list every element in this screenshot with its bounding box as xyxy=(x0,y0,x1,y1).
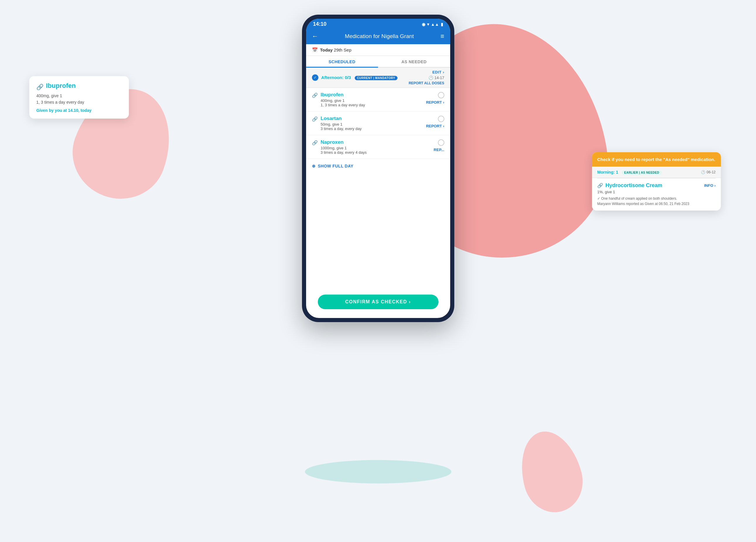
naproxen-radio[interactable] xyxy=(438,139,444,146)
alert-banner: Check if you need to report the "As need… xyxy=(592,152,721,167)
confirm-button-area: CONFIRM AS CHECKED › xyxy=(306,289,450,318)
afternoon-title: Afternoon: 0/3 xyxy=(321,75,351,80)
pill-icon-naproxen: 🔗 xyxy=(312,140,318,146)
afternoon-time: 🕐 14-17 xyxy=(429,76,444,80)
confirm-as-checked-button[interactable]: CONFIRM AS CHECKED › xyxy=(318,294,438,309)
card-morning-time: 🕐 06-12 xyxy=(701,170,716,174)
date-label: Today 29th Sep xyxy=(320,47,351,52)
location-icon: ◉ xyxy=(422,22,425,27)
ibuprofen-right: REPORT › xyxy=(426,92,444,105)
losartan-report[interactable]: REPORT › xyxy=(426,124,444,128)
med-item-losartan: 🔗 Losartan 50mg, give 1 3 times a day, e… xyxy=(306,112,450,135)
clock-icon-card: 🕐 xyxy=(701,170,705,174)
card-morning-title: Morning: 1 xyxy=(597,170,618,175)
med-item-ibuprofen: 🔗 Ibuprofen 400mg, give 1 1, 3 times a d… xyxy=(306,88,450,112)
calendar-icon: 📅 xyxy=(312,47,318,53)
signal-icon: ▲▲ xyxy=(431,22,439,27)
floating-left-dosage: 400mg, give 1 1, 3 times a day every day xyxy=(36,93,122,106)
top-bar: ← Medication for Nigella Grant ≡ xyxy=(306,29,450,44)
med-ibuprofen-left: 🔗 Ibuprofen 400mg, give 1 1, 3 times a d… xyxy=(312,92,426,107)
check-icon: ✓ xyxy=(312,74,318,81)
floating-left-given-by: Given by you at 14.10, today xyxy=(36,108,122,113)
as-needed-badge: EARLIER | AS NEEDED xyxy=(622,171,662,175)
date-bar: 📅 Today 29th Sep xyxy=(306,44,450,56)
card-med-hydrocortisone: 🔗 Hydrocortisone Cream INFO › 1%, give 1… xyxy=(592,178,721,211)
edit-link[interactable]: EDIT › xyxy=(432,70,444,74)
status-time: 14:10 xyxy=(313,21,327,27)
naproxen-report[interactable]: REP... xyxy=(434,148,444,152)
ibuprofen-dosage: 400mg, give 1 1, 3 times a day every day xyxy=(321,98,365,107)
med-item-naproxen: 🔗 Naproxen 1000mg, give 1 3 times a day,… xyxy=(306,135,450,159)
status-icons: ◉ ▾ ▲▲ ▮ xyxy=(422,22,443,27)
back-button[interactable]: ← xyxy=(312,33,318,40)
tab-as-needed[interactable]: AS NEEDED xyxy=(378,56,450,67)
info-link[interactable]: INFO › xyxy=(704,183,716,188)
losartan-name: Losartan xyxy=(321,116,362,122)
ibuprofen-report[interactable]: REPORT › xyxy=(426,100,444,105)
losartan-radio[interactable] xyxy=(438,116,444,122)
phone-screen: 14:10 ◉ ▾ ▲▲ ▮ ← Medication for Nigella … xyxy=(306,19,450,318)
floating-card-ibuprofen: 🔗 Ibuprofen 400mg, give 1 1, 3 times a d… xyxy=(29,76,129,119)
pill-icon-left: 🔗 xyxy=(36,84,44,91)
hydrocortisone-name: Hydrocortisone Cream xyxy=(605,183,662,189)
phone-device: 14:10 ◉ ▾ ▲▲ ▮ ← Medication for Nigella … xyxy=(302,15,454,322)
hydrocortisone-note: ✓ One handful of cream applied on both s… xyxy=(597,196,716,207)
afternoon-section-left: ✓ Afternoon: 0/3 CURRENT | MANDATORY xyxy=(312,74,398,81)
naproxen-dosage: 1000mg, give 1 3 times a day, every 4 da… xyxy=(321,146,367,155)
afternoon-section-header: ✓ Afternoon: 0/3 CURRENT | MANDATORY EDI… xyxy=(306,68,450,88)
ibuprofen-radio[interactable] xyxy=(438,92,444,98)
menu-button[interactable]: ≡ xyxy=(441,33,444,40)
tab-bar: SCHEDULED AS NEEDED xyxy=(306,56,450,68)
card-med-top: 🔗 Hydrocortisone Cream INFO › xyxy=(597,183,716,189)
naproxen-right: REP... xyxy=(434,139,444,152)
status-bar: 14:10 ◉ ▾ ▲▲ ▮ xyxy=(306,19,450,29)
card-med-name-row: 🔗 Hydrocortisone Cream xyxy=(597,183,662,189)
tab-scheduled[interactable]: SCHEDULED xyxy=(306,56,378,67)
phone-wrapper: 14:10 ◉ ▾ ▲▲ ▮ ← Medication for Nigella … xyxy=(302,15,454,322)
hydrocortisone-dosage: 1%, give 1 xyxy=(597,190,716,194)
losartan-right: REPORT › xyxy=(426,116,444,128)
pill-icon-ibuprofen: 🔗 xyxy=(312,93,318,98)
card-morning-section: Morning: 1 EARLIER | AS NEEDED 🕐 06-12 xyxy=(592,167,721,178)
floating-left-med-name: Ibuprofen xyxy=(46,82,76,90)
floating-card-as-needed: Check if you need to report the "As need… xyxy=(592,152,721,211)
screen-title: Medication for Nigella Grant xyxy=(318,33,441,40)
naproxen-name: Naproxen xyxy=(321,139,367,145)
losartan-dosage: 50mg, give 1 3 times a day, every day xyxy=(321,122,362,131)
med-losartan-left: 🔗 Losartan 50mg, give 1 3 times a day, e… xyxy=(312,116,426,131)
spacer xyxy=(306,173,450,289)
ibuprofen-name: Ibuprofen xyxy=(321,92,365,98)
med-naproxen-left: 🔗 Naproxen 1000mg, give 1 3 times a day,… xyxy=(312,139,434,155)
pill-icon-hydrocortisone: 🔗 xyxy=(597,183,603,188)
mandatory-badge: CURRENT | MANDATORY xyxy=(355,76,397,80)
wifi-icon: ▾ xyxy=(427,22,429,27)
bg-shadow-ellipse xyxy=(305,460,451,483)
show-full-day[interactable]: ⊕ SHOW FULL DAY xyxy=(306,159,450,173)
report-all-doses[interactable]: REPORT ALL DOSES xyxy=(409,81,444,85)
bg-shape-small-pink-right xyxy=(512,425,590,519)
battery-icon: ▮ xyxy=(441,22,443,27)
pill-icon-losartan: 🔗 xyxy=(312,116,318,122)
expand-icon: ⊕ xyxy=(312,164,316,168)
